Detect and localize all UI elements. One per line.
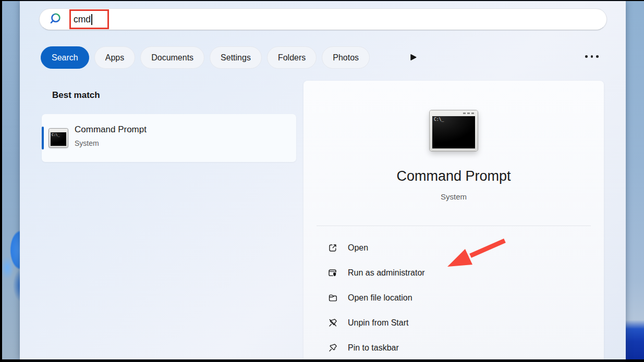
tab-apps[interactable]: Apps [94, 46, 135, 69]
annotation-arrow [441, 235, 511, 272]
command-prompt-icon-large: C:\_ [430, 110, 478, 151]
desktop-wallpaper-left [2, 1, 20, 359]
preview-pane: C:\_ Command Prompt System Open Run as a… [303, 81, 604, 359]
action-unpin-from-start[interactable]: Unpin from Start [303, 310, 604, 335]
action-label: Open file location [348, 293, 412, 303]
pin-to-taskbar-icon [327, 343, 338, 353]
tab-photos[interactable]: Photos [322, 46, 370, 69]
action-label: Open [348, 243, 368, 253]
preview-title: Command Prompt [303, 168, 604, 184]
divider [317, 226, 591, 226]
command-prompt-icon: C:\_ [49, 129, 68, 147]
tab-documents[interactable]: Documents [140, 46, 204, 69]
preview-subtitle: System [303, 192, 604, 201]
action-pin-to-taskbar[interactable]: Pin to taskbar [303, 335, 604, 360]
action-label: Run as administrator [348, 268, 425, 278]
search-icon [49, 12, 63, 26]
action-label: Pin to taskbar [348, 343, 399, 353]
unpin-from-start-icon [327, 318, 338, 328]
search-input[interactable] [39, 8, 607, 30]
desktop-wallpaper-right [626, 1, 644, 359]
selection-accent-bar [42, 127, 44, 149]
open-external-icon [327, 243, 338, 253]
action-open-file-location[interactable]: Open file location [303, 285, 604, 310]
tab-folders[interactable]: Folders [267, 46, 317, 69]
action-label: Unpin from Start [348, 318, 408, 328]
run-as-administrator-icon [327, 268, 338, 278]
more-options-icon[interactable] [585, 55, 599, 58]
windows-search-screenshot: cmd Search Apps Documents Settings Folde… [0, 0, 644, 362]
best-match-result[interactable]: C:\_ Command Prompt System [42, 114, 296, 162]
annotation-highlight-box: cmd [69, 9, 109, 29]
window-controls-decoration [463, 113, 474, 114]
tab-settings[interactable]: Settings [210, 46, 262, 69]
result-title: Command Prompt [75, 124, 147, 135]
search-filter-tabs: Search Apps Documents Settings Folders P… [41, 46, 370, 69]
search-query-text[interactable]: cmd [74, 14, 91, 25]
more-filters-icon[interactable] [409, 53, 418, 61]
section-title-best-match: Best match [52, 90, 100, 101]
text-cursor [91, 14, 92, 25]
tab-search[interactable]: Search [41, 46, 89, 69]
result-subtitle: System [75, 139, 99, 147]
open-file-location-icon [327, 293, 338, 303]
